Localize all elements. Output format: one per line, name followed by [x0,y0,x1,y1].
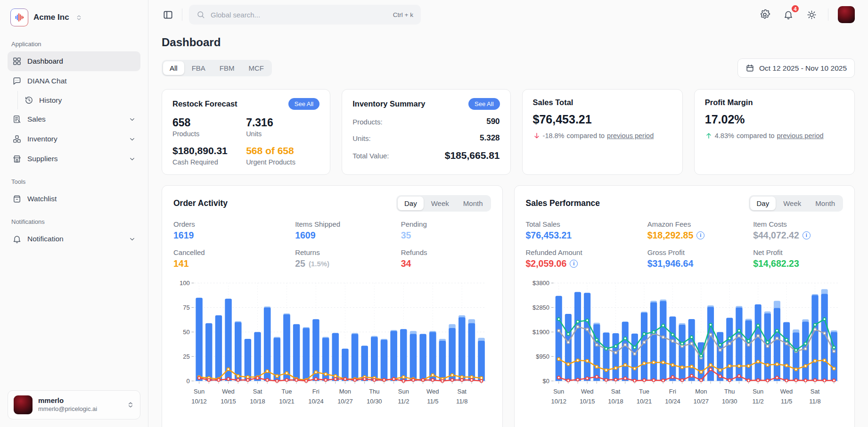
svg-text:11/5: 11/5 [780,398,792,405]
stat-value: 568 of 658 [246,145,319,156]
svg-text:75: 75 [183,304,189,311]
tab-week[interactable]: Week [777,197,808,210]
app-root: Acme Inc Application Dashboard DIANA Cha… [0,0,868,427]
date-range-picker[interactable]: Oct 12 2025 - Nov 10 2025 [737,58,855,78]
boxes-icon [12,134,22,144]
sidebar-section-application: Application [11,41,137,48]
stat-orders: Orders 1619 [173,220,295,241]
theme-toggle-button[interactable] [805,8,819,22]
tab-day[interactable]: Day [398,197,424,210]
previous-period-link[interactable]: previous period [607,132,654,140]
inventory-summary-card: Inventory Summary See All Products: 590 … [342,89,510,175]
chevron-down-icon [129,236,136,243]
sales-performance-stats: Total Sales $76,453.21 Amazon Fees $18,2… [526,220,843,269]
svg-text:Thu: Thu [369,388,379,395]
row-value: $185,665.81 [445,150,500,161]
store-icon [12,154,22,164]
sidebar-item-notification[interactable]: Notification [8,229,140,249]
filter-tab-all[interactable]: All [163,61,184,75]
info-icon[interactable]: i [570,260,578,268]
filter-tab-fbm[interactable]: FBM [213,61,241,75]
card-title: Restock Forecast [172,99,237,108]
sidebar-item-dashboard[interactable]: Dashboard [8,51,140,71]
restock-see-all-button[interactable]: See All [288,98,319,110]
profit-margin-value: 17.02% [705,113,844,126]
stat-refunds: Refunds 34 [401,248,491,269]
sales-total-compare: -18.8% compared to previous period [533,132,672,140]
row-value: 5.328 [480,133,500,143]
page-title: Dashboard [162,36,855,49]
restock-forecast-card: Restock Forecast See All 658 Products 7.… [162,89,330,175]
info-icon[interactable]: i [696,231,704,239]
inventory-see-all-button[interactable]: See All [468,98,500,110]
stat-returns: Returns 25(1.5%) [295,248,401,269]
svg-text:Thu: Thu [724,388,735,395]
svg-text:Tue: Tue [639,388,649,395]
global-search[interactable]: Ctrl + k [189,5,421,25]
chevron-down-icon [129,136,136,143]
svg-text:10/18: 10/18 [250,398,265,405]
sidebar-item-label: Inventory [27,135,57,143]
svg-text:10/12: 10/12 [551,398,566,405]
sidebar-item-label: History [39,96,62,105]
sales-performance-chart: $0$950$1900$2850$3800Sun10/12Wed10/15Sat… [526,277,843,412]
grid-icon [12,57,22,66]
row-label: Units: [352,134,370,142]
tab-day[interactable]: Day [750,197,776,210]
sidebar-item-label: DIANA Chat [27,77,67,85]
sidebar-item-label: Notification [27,235,64,243]
chat-icon [12,76,22,86]
svg-text:11/2: 11/2 [398,398,409,405]
user-menu[interactable]: mmerlo mmerlo@pricelogic.ai [8,390,140,419]
stat-value: $180,890.31 [172,145,246,156]
svg-text:Sat: Sat [253,388,262,395]
brand-logo-icon [10,8,28,26]
sidebar-item-label: Dashboard [27,57,63,66]
sidebar-toggle-button[interactable] [161,8,175,22]
filter-tab-mcf[interactable]: MCF [242,61,271,75]
svg-text:Fri: Fri [669,388,676,395]
user-email: mmerlo@pricelogic.ai [38,405,97,413]
sales-total-card: Sales Total $76,453.21 -18.8% compared t… [522,89,683,175]
svg-text:$2850: $2850 [532,304,549,311]
chevron-updown-icon [75,14,82,21]
sidebar-subgroup: History [17,91,140,109]
svg-text:10/21: 10/21 [279,398,294,405]
kpi-cards-row: Restock Forecast See All 658 Products 7.… [162,89,855,175]
sidebar-item-sales[interactable]: Sales [8,109,140,129]
watch-box-icon [12,194,22,204]
stat-pending: Pending 35 [401,220,491,241]
tab-week[interactable]: Week [425,197,456,210]
svg-text:10/12: 10/12 [191,398,206,405]
previous-period-link[interactable]: previous period [777,132,824,140]
svg-text:Wed: Wed [780,388,792,395]
notifications-button[interactable]: 4 [781,8,795,22]
svg-text:50: 50 [183,328,189,335]
search-input[interactable] [210,10,388,19]
tab-month[interactable]: Month [457,197,490,210]
stat-refunded-amount: Refunded Amount $2,059.06i [526,248,647,269]
sidebar-section-notifications: Notifications [11,218,137,225]
filter-tab-fba[interactable]: FBA [185,61,212,75]
order-activity-chart: 0255075100Sun10/12Wed10/15Sat10/18Tue10/… [173,277,491,412]
stat-gross-profit: Gross Profit $31,946.64 [647,248,753,269]
settings-button[interactable] [758,8,772,22]
svg-text:Sun: Sun [398,388,409,395]
sidebar-item-suppliers[interactable]: Suppliers [8,149,140,169]
card-title: Sales Performance [526,198,600,208]
profile-avatar[interactable] [838,6,855,23]
svg-text:Tue: Tue [282,388,292,395]
change-text: compared to [567,132,605,140]
info-icon[interactable]: i [802,231,811,239]
sidebar-item-diana-chat[interactable]: DIANA Chat [8,71,140,91]
inventory-products-row: Products: 590 [352,117,500,126]
profit-margin-card: Profit Margin 17.02% 4.83% compared to p… [694,89,855,175]
sidebar-item-watchlist[interactable]: Watchlist [8,189,140,209]
workspace-switcher[interactable]: Acme Inc [8,0,140,31]
sidebar-item-inventory[interactable]: Inventory [8,129,140,149]
user-name: mmerlo [38,396,97,405]
tab-month[interactable]: Month [809,197,842,210]
arrow-down-icon [533,132,540,140]
sidebar-item-history[interactable]: History [20,91,140,109]
row-value: 590 [486,117,500,126]
